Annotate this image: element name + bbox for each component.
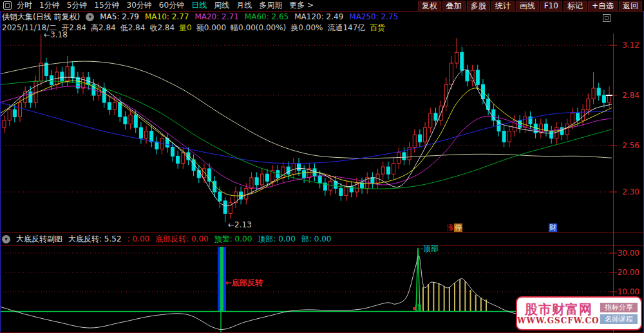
ma5-legend: MA5: 2.79 (100, 12, 139, 22)
svg-text:10.00: 10.00 (618, 287, 639, 296)
quote-close: 收2.84 (149, 23, 175, 33)
watermark-box: 股市财富网 WWW.GSCFW.COM 指标分享 名师课程 (516, 296, 642, 330)
chevron-down-icon[interactable]: ▾ (2, 235, 10, 243)
tab-5min[interactable]: 5分钟 (67, 0, 88, 11)
tab-daily[interactable]: 日线 (191, 0, 207, 11)
tab-multi-period[interactable]: 多周期 (259, 0, 282, 11)
period-tabs: 分时 1分钟 5分钟 15分钟 30分钟 60分钟 日线 周线 月线 多周期 更… (17, 0, 314, 11)
tab-60min[interactable]: 60分钟 (159, 0, 184, 11)
quote-volume: 量0 (179, 23, 192, 33)
limit-up-flag-char1: 涨 (447, 224, 454, 232)
stock-title: 供销大集(日线 前复权) (2, 12, 80, 22)
ma10-legend: MA10: 2.77 (145, 12, 189, 22)
button-mark[interactable]: 标记 (564, 1, 587, 12)
limit-up-flag-char2: 停 (454, 224, 462, 232)
button-f10[interactable]: F10 (540, 1, 562, 12)
chart-canvas[interactable]: 3.122.842.562.3030.0020.0010.00←3.18←2.1… (0, 0, 644, 333)
watermark-text: 股市财富网 WWW.GSCFW.COM (517, 302, 600, 325)
quote-row: 2025/11/18/二 开2.84 高2.84 低2.84 收2.84 量0 … (2, 23, 385, 33)
sub-value-hidden: : 0.00 (128, 234, 150, 244)
button-fuquan[interactable]: 复权 (418, 1, 441, 12)
tab-15min[interactable]: 15分钟 (94, 0, 119, 11)
ma60-legend: MA60: 2.65 (245, 12, 289, 22)
tab-1min[interactable]: 1分钟 (39, 0, 60, 11)
menu-more[interactable]: 更多 > (289, 0, 314, 11)
svg-text:30.00: 30.00 (618, 249, 639, 258)
chevron-down-icon[interactable]: ▾ (86, 13, 94, 21)
button-stats[interactable]: 统计 (491, 1, 515, 12)
ma120-legend: MA120: 2.49 (294, 12, 343, 22)
top-signal-label: -顶部 (421, 243, 439, 254)
menu-bar: 分时 1分钟 5分钟 15分钟 30分钟 60分钟 日线 周线 月线 多周期 更… (0, 0, 644, 11)
tdx-window: 分时 1分钟 5分钟 15分钟 30分钟 60分钟 日线 周线 月线 多周期 更… (0, 0, 644, 333)
quote-turnover: 换0.00% (290, 23, 323, 33)
quote-amount: 额0.000 (196, 23, 226, 33)
button-add-watchlist[interactable]: +自选 (588, 1, 618, 12)
quote-industry: 百货 (370, 23, 385, 33)
badge-indicator-share: 指标分享 (600, 303, 638, 312)
limit-up-flag[interactable]: 涨 停 (447, 224, 462, 232)
sub-indicator-title[interactable]: 大底反转副图 (16, 234, 62, 244)
sub-value-alert: 预警: 0.00 (214, 234, 252, 244)
svg-text:20.00: 20.00 (618, 268, 639, 277)
badge-teacher-course: 名师课程 (600, 314, 638, 324)
watermark-badges: 指标分享 名师课程 (600, 303, 638, 324)
svg-text:3.12: 3.12 (622, 41, 639, 50)
quote-high: 高2.84 (91, 23, 116, 33)
sub-value-main: 大底反转: 5.52 (68, 234, 122, 244)
sub-value-top: 顶部: 0.00 (258, 234, 296, 244)
tab-30min[interactable]: 30分钟 (127, 0, 152, 11)
ma-legend-row: 供销大集(日线 前复权) ▾ MA5: 2.79 MA10: 2.77 MA20… (2, 12, 398, 22)
button-overlay[interactable]: 叠加 (442, 1, 466, 12)
finance-report-flag[interactable]: 财 (549, 224, 557, 232)
button-back[interactable]: 返回 (619, 1, 642, 12)
svg-text:2.56: 2.56 (622, 141, 639, 150)
app-icon[interactable] (3, 1, 12, 10)
sub-value-bu: 部: 0.00 (301, 234, 332, 244)
panel-layout-icon[interactable] (603, 14, 611, 22)
toolbar-buttons: 复权 叠加 多股 统计 画线 F10 标记 +自选 返回 (418, 1, 642, 12)
sub-indicator-header: ▾ 大底反转副图 大底反转: 5.52 : 0.00 底部反转: 0.00 预警… (2, 234, 331, 244)
tab-weekly[interactable]: 周线 (214, 0, 229, 11)
tab-monthly[interactable]: 月线 (236, 0, 252, 11)
watermark-url: WWW.GSCFW.COM (517, 317, 600, 325)
watermark-title: 股市财富网 (517, 302, 600, 317)
svg-text:←2.13: ←2.13 (228, 220, 252, 229)
button-draw-line[interactable]: 画线 (516, 1, 539, 12)
quote-low: 低2.84 (120, 23, 146, 33)
quote-date: 2025/11/18/二 (2, 23, 57, 33)
svg-text:2.30: 2.30 (622, 187, 639, 196)
tab-fenshi[interactable]: 分时 (17, 0, 32, 11)
quote-float-shares: 流通147亿 (327, 23, 365, 33)
quote-change: 幅0.00(0.00%) (231, 23, 286, 33)
sub-value-bottom-reversal: 底部反转: 0.00 (155, 234, 209, 244)
quote-open: 开2.84 (61, 23, 86, 33)
bottom-reversal-label: ←底部反转 (225, 278, 263, 289)
svg-text:2.84: 2.84 (622, 91, 639, 100)
ma250-legend: MA250: 2.75 (349, 12, 398, 22)
button-multi-stock[interactable]: 多股 (467, 1, 490, 12)
ma20-legend: MA20: 2.71 (194, 12, 238, 22)
